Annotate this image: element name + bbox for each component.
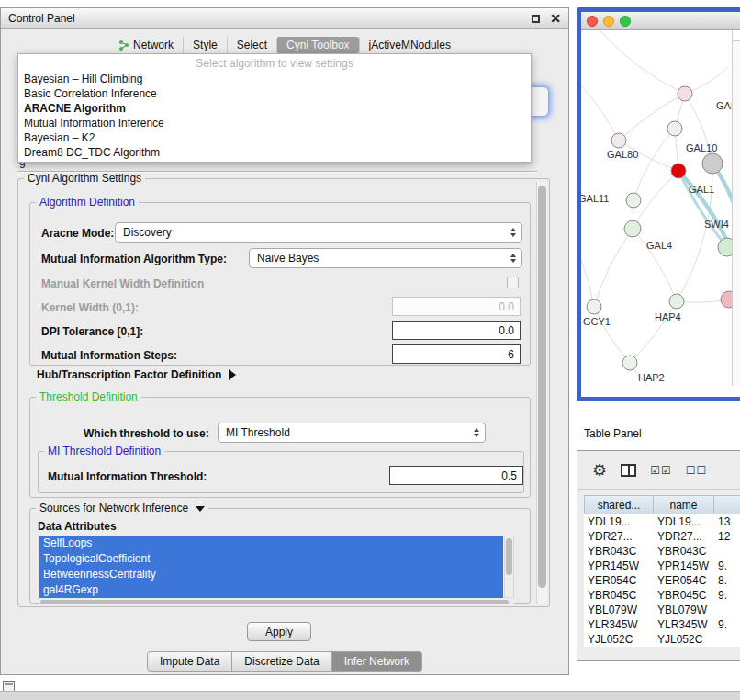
- data-attributes-list[interactable]: SelfLoopsTopologicalCoefficientBetweenne…: [39, 536, 503, 598]
- which-threshold-select[interactable]: MI Threshold: [218, 423, 486, 443]
- table-cell: YDL19...: [654, 514, 714, 529]
- table-columns-icon[interactable]: [621, 464, 636, 477]
- network-edge[interactable]: [678, 171, 727, 247]
- network-node[interactable]: [626, 193, 641, 208]
- network-vscrollbar[interactable]: [732, 30, 740, 386]
- kernel-width-label: Kernel Width (0,1):: [41, 301, 139, 314]
- mi-algorithm-type-select[interactable]: Naive Bayes: [249, 248, 522, 268]
- close-traffic-light-icon[interactable]: [587, 16, 598, 27]
- table-row[interactable]: YDL19...YDL19...13: [584, 514, 740, 529]
- table-cell: 8.: [714, 573, 740, 588]
- sources-group-title[interactable]: Sources for Network Inference: [36, 502, 208, 514]
- aracne-mode-select[interactable]: Discovery: [115, 222, 522, 243]
- table-cell: 12: [714, 529, 740, 544]
- table-cell: YER054C: [584, 573, 654, 588]
- control-panel-window: Control Panel ✕ NetworkStyleSelectCyni T…: [0, 7, 569, 675]
- network-node[interactable]: [678, 86, 692, 101]
- attribute-list-hscrollbar[interactable]: [39, 599, 514, 605]
- network-node[interactable]: [624, 220, 641, 237]
- zoom-traffic-light-icon[interactable]: [620, 16, 631, 27]
- table-row[interactable]: YPR145WYPR145W9.: [584, 559, 740, 573]
- hub-transcription-factor-section[interactable]: Hub/Transcription Factor Definition: [37, 368, 236, 381]
- tab-cyni-toolbox[interactable]: Cyni Toolbox: [276, 37, 358, 53]
- table-row[interactable]: YDR27...YDR27...12: [584, 529, 740, 544]
- bottom-status-strip: [0, 691, 740, 700]
- table-row[interactable]: YBR043CYBR043C: [584, 544, 740, 559]
- network-node[interactable]: [669, 294, 684, 309]
- attribute-item-topologicalcoefficient[interactable]: TopologicalCoefficient: [39, 551, 503, 567]
- attribute-list-vscrollbar-thumb[interactable]: [506, 538, 512, 575]
- float-window-icon[interactable]: [532, 15, 540, 23]
- attribute-list-vscrollbar[interactable]: [504, 536, 514, 598]
- network-window-titlebar[interactable]: [581, 12, 740, 30]
- network-node[interactable]: [611, 133, 626, 148]
- control-panel-titlebar[interactable]: Control Panel ✕: [1, 8, 568, 29]
- network-edge[interactable]: [600, 30, 685, 94]
- settings-scrollbar[interactable]: [536, 182, 547, 604]
- attribute-item-selfloops[interactable]: SelfLoops: [39, 536, 503, 551]
- gear-icon[interactable]: ⚙: [592, 462, 607, 479]
- table-row[interactable]: YLR345WYLR345W9.: [584, 617, 740, 632]
- network-edge[interactable]: [633, 129, 675, 200]
- mi-steps-field[interactable]: 6: [392, 344, 521, 364]
- attribute-item-gal4rgexp[interactable]: gal4RGexp: [39, 582, 503, 598]
- table-row[interactable]: YJL052CYJL052C: [584, 632, 740, 647]
- attribute-list-hscrollbar-thumb[interactable]: [40, 600, 509, 604]
- select-all-checkboxes-icon[interactable]: ☑☑: [650, 464, 672, 477]
- table-cell: YJL052C: [584, 632, 654, 647]
- dropdown-item-list: Bayesian – Hill ClimbingBasic Correlatio…: [18, 72, 531, 160]
- tab-style[interactable]: Style: [183, 37, 227, 53]
- combo-arrows-icon: [510, 228, 516, 237]
- deselect-all-checkboxes-icon[interactable]: ☐☐: [686, 464, 708, 477]
- tab-select[interactable]: Select: [227, 37, 276, 53]
- column-header-2[interactable]: [714, 495, 740, 514]
- mi-threshold-value: 0.5: [501, 469, 517, 482]
- network-edge[interactable]: [594, 229, 633, 307]
- network-node[interactable]: [667, 121, 682, 136]
- table-cell: 9.: [714, 588, 740, 603]
- mi-threshold-field[interactable]: 0.5: [389, 466, 523, 485]
- manual-kernel-checkbox[interactable]: [507, 277, 519, 288]
- bottom-tab-discretize-data[interactable]: Discretize Data: [232, 651, 331, 672]
- algorithm-option-mutual-information-inference[interactable]: Mutual Information Inference: [18, 116, 531, 130]
- attribute-item-betweennesscentrality[interactable]: BetweennessCentrality: [39, 567, 503, 582]
- network-node[interactable]: [587, 299, 601, 314]
- algorithm-option-dream8-dc-tdc-algorithm[interactable]: Dream8 DC_TDC Algorithm: [18, 145, 531, 160]
- algorithm-option-basic-correlation-inference[interactable]: Basic Correlation Inference: [18, 86, 531, 101]
- network-edge[interactable]: [581, 85, 619, 141]
- settings-scrollbar-thumb[interactable]: [538, 186, 546, 588]
- window-title: Control Panel: [8, 12, 75, 25]
- bottom-tab-impute-data[interactable]: Impute Data: [147, 651, 232, 672]
- network-node[interactable]: [702, 153, 723, 174]
- network-node[interactable]: [671, 164, 686, 178]
- kernel-width-value: 0.0: [499, 300, 514, 313]
- table-row[interactable]: YER054CYER054C8.: [584, 573, 740, 588]
- collapsed-arrow-icon[interactable]: [229, 369, 236, 380]
- tab-jactivemnodules[interactable]: jActiveMNodules: [359, 37, 460, 53]
- algorithm-option-bayesian-k2[interactable]: Bayesian – K2: [18, 130, 531, 145]
- column-header-shared[interactable]: shared...: [584, 495, 654, 514]
- minimize-traffic-light-icon[interactable]: [603, 16, 614, 27]
- column-header-name[interactable]: name: [654, 495, 714, 514]
- table-cell: YDR27...: [654, 529, 714, 544]
- algorithm-option-bayesian-hill-climbing[interactable]: Bayesian – Hill Climbing: [18, 72, 531, 86]
- table-row[interactable]: YBL079WYBL079W: [584, 603, 740, 617]
- table-cell: YBR043C: [584, 544, 654, 559]
- close-icon[interactable]: ✕: [550, 12, 561, 25]
- algorithm-option-aracne-algorithm[interactable]: ARACNE Algorithm: [18, 101, 531, 116]
- tab-network[interactable]: Network: [109, 37, 183, 53]
- table-cell: [714, 632, 740, 647]
- network-scrollbar-box[interactable]: [733, 30, 740, 41]
- apply-button[interactable]: Apply: [247, 622, 311, 641]
- network-canvas[interactable]: GALGAL80GAL10GAL11GAL1SWI4GAL4GCY1HAP4HA…: [581, 30, 740, 386]
- data-attributes-label: Data Attributes: [38, 520, 117, 533]
- dpi-tolerance-field[interactable]: 0.0: [392, 321, 521, 340]
- table-cell: 9.: [714, 559, 740, 573]
- bottom-tab-infer-network[interactable]: Infer Network: [332, 651, 422, 672]
- table-row[interactable]: YBR045CYBR045C9.: [584, 588, 740, 603]
- expanded-arrow-icon[interactable]: [196, 506, 205, 512]
- tab-label: Cyni Toolbox: [286, 39, 349, 51]
- network-node[interactable]: [622, 356, 637, 370]
- kernel-width-field[interactable]: 0.0: [392, 297, 521, 316]
- which-threshold-label: Which threshold to use:: [84, 427, 209, 440]
